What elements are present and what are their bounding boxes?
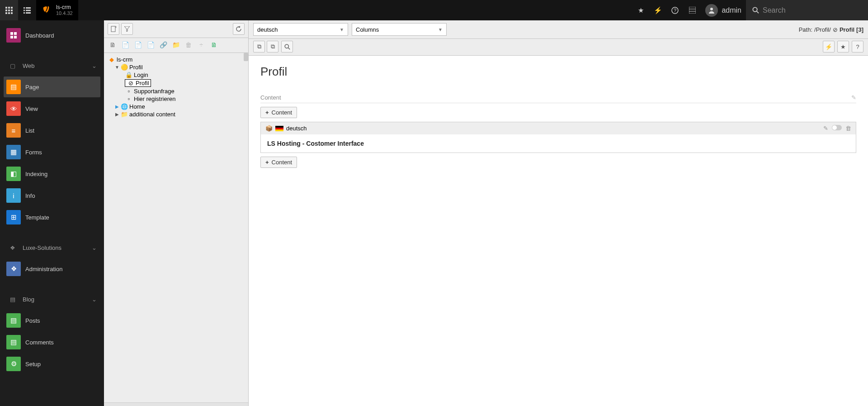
tree-node-selected[interactable]: ⊘ Profil (106, 79, 246, 87)
content-area: deutsch ▼ Columns ▼ Path: /Profil/ ⊘ Pro… (249, 20, 868, 406)
page-lock-icon: 🔒 (125, 72, 133, 78)
svg-rect-3 (5, 10, 7, 11)
tree-node[interactable]: ▫ Supportanfrage (106, 87, 246, 95)
svg-rect-6 (5, 12, 7, 14)
module-posts[interactable]: ▤ Posts (4, 310, 100, 331)
filter-button[interactable] (121, 23, 133, 35)
help-button[interactable]: ? (852, 41, 863, 53)
bookmark-button[interactable]: ★ (837, 41, 849, 53)
search-content-button[interactable] (281, 41, 293, 53)
plugin-icon: 📦 (265, 125, 273, 132)
search-input[interactable]: Search (746, 0, 868, 20)
file-icon: ▢ (7, 60, 18, 71)
expand-icon[interactable]: ▶ (114, 104, 120, 109)
module-info[interactable]: i Info (4, 185, 100, 206)
folder-icon: 📁 (171, 40, 181, 50)
add-content-button[interactable]: + Content (260, 107, 297, 118)
delete-icon[interactable]: 🗑 (845, 125, 851, 132)
page-icon: 🟡 (120, 64, 128, 71)
layout-select[interactable]: Columns ▼ (352, 23, 447, 36)
chevron-down-icon: ⌄ (92, 296, 97, 303)
tree-root[interactable]: ◆ ls-crm (106, 56, 246, 63)
chevron-down-icon: ▼ (340, 27, 344, 32)
page-green-icon[interactable]: 🗎 (209, 40, 219, 50)
module-dashboard[interactable]: Dashboard (4, 25, 100, 46)
module-menu: Dashboard ▢ Web ⌄ ▤ Page 👁 View ≡ List ▦… (0, 20, 104, 406)
page-delete-icon[interactable]: 📄 (146, 40, 156, 50)
svg-line-30 (288, 48, 290, 49)
module-indexing[interactable]: ◧ Indexing (4, 163, 100, 184)
module-template[interactable]: ⊞ Template (4, 207, 100, 228)
toggle-icon[interactable] (832, 125, 842, 132)
indexing-icon: ◧ (6, 167, 21, 181)
page-tree: ◆ ls-crm ▼ 🟡 Profil 🔒 Login ⊘ Profil ▫ S (104, 53, 248, 406)
blog-icon: ▤ (7, 294, 18, 305)
flash-icon[interactable]: ⚡ (649, 0, 666, 20)
chevron-down-icon: ▼ (438, 27, 443, 32)
module-group-luxe[interactable]: ❖ Luxe-Solutions ⌄ (0, 238, 104, 258)
new-page-button[interactable]: + (108, 23, 119, 35)
app-list-icon[interactable] (684, 0, 701, 20)
module-forms[interactable]: ▦ Forms (4, 142, 100, 162)
tree-resize-handle[interactable] (104, 402, 248, 406)
trash-icon: 🗑 (184, 40, 193, 50)
page-restricted-icon: ⊘ (833, 26, 838, 33)
posts-icon: ▤ (6, 313, 21, 328)
new-doc-icon[interactable]: 🗎 (108, 40, 118, 50)
svg-rect-26 (14, 36, 17, 38)
tree-node[interactable]: ▼ 🟡 Profil (106, 63, 246, 71)
module-administration[interactable]: ❖ Administration (4, 258, 100, 279)
user-menu[interactable]: admin (701, 0, 746, 20)
column-resize-handle[interactable] (247, 20, 250, 406)
tree-node[interactable]: 🔒 Login (106, 71, 246, 79)
list-toggle-icon[interactable] (18, 0, 36, 20)
page-plus-icon: ▫ (125, 96, 133, 102)
page-tree-panel: + 🗎 📄 📄 📄 🔗 📁 🗑 ÷ 🗎 ◆ ls-crm (104, 20, 249, 406)
page-right-icon[interactable]: 📄 (133, 40, 143, 50)
edit-column-icon[interactable]: ✎ (851, 94, 856, 101)
tree-node[interactable]: ▫ Hier registrieren (106, 95, 246, 103)
module-view[interactable]: 👁 View (4, 98, 100, 119)
module-comments[interactable]: ▤ Comments (4, 332, 100, 353)
page-icon: ▫ (125, 88, 133, 95)
flag-de-icon (275, 126, 283, 131)
modules-grid-icon[interactable] (0, 0, 18, 20)
add-content-button[interactable]: + Content (260, 157, 297, 168)
tree-node[interactable]: ▶ 📁 additional content (106, 110, 246, 118)
tree-node[interactable]: ▶ 🌐 Home (106, 103, 246, 110)
chevron-down-icon: ⌄ (92, 62, 97, 69)
svg-rect-2 (11, 7, 13, 9)
help-icon[interactable]: ? (666, 0, 684, 20)
language-select[interactable]: deutsch ▼ (253, 23, 348, 36)
module-page[interactable]: ▤ Page (4, 76, 100, 97)
module-list[interactable]: ≡ List (4, 120, 100, 141)
site-name: ls-crm (56, 4, 73, 10)
page-user-icon[interactable]: 📄 (120, 40, 130, 50)
dashboard-icon (6, 28, 21, 43)
site-logo[interactable]: ls-crm 10.4.32 (36, 0, 78, 20)
svg-rect-9 (24, 7, 25, 9)
svg-rect-23 (10, 32, 13, 35)
module-group-blog[interactable]: ▤ Blog ⌄ (0, 289, 104, 309)
clear-cache-button[interactable]: ⚡ (823, 41, 835, 53)
template-icon: ⊞ (6, 210, 21, 224)
svg-point-29 (285, 44, 288, 48)
expand-all-button[interactable]: ⧉ (267, 41, 278, 53)
svg-line-22 (757, 11, 759, 13)
page-restricted-icon: ⊘ (127, 80, 135, 86)
collapse-all-button[interactable]: ⧉ (253, 41, 265, 53)
svg-rect-10 (26, 7, 31, 9)
expand-icon[interactable]: ▶ (114, 112, 120, 117)
admin-icon: ❖ (6, 262, 21, 276)
edit-icon[interactable]: ✎ (823, 125, 828, 132)
breadcrumb-path: Path: /Profil/ ⊘ Profil [3] (799, 26, 863, 33)
module-setup[interactable]: ⚙ Setup (4, 353, 100, 374)
module-group-web[interactable]: ▢ Web ⌄ (0, 56, 104, 76)
svg-rect-4 (8, 10, 10, 11)
bookmark-icon[interactable]: ★ (632, 0, 649, 20)
collapse-icon[interactable]: ▼ (114, 65, 120, 70)
refresh-button[interactable] (233, 23, 245, 35)
svg-point-21 (753, 7, 757, 11)
content-element[interactable]: 📦 deutsch ✎ 🗑 LS Hosting - Costomer Inte… (260, 122, 856, 153)
svg-rect-0 (5, 7, 7, 9)
